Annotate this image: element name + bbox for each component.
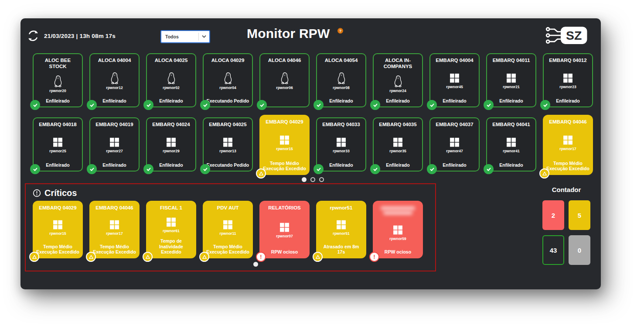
- card-title: EMBARQ 04012: [546, 58, 590, 64]
- status-card[interactable]: ALOCA 04004rpwnor12Enfileirado: [89, 53, 140, 107]
- status-card[interactable]: ALOCA IN-COMPANYSrpwnor24Enfileirado: [373, 53, 423, 107]
- linux-icon: [109, 72, 120, 84]
- check-badge: [427, 164, 437, 174]
- warning-badge: [143, 252, 153, 262]
- status-card[interactable]: EMBARQ 04025rpwnor13Executando Pedido: [203, 117, 253, 172]
- status-card[interactable]: EMBARQ 04037rpwnor47Enfileirado: [429, 117, 480, 172]
- status-card[interactable]: EMBARQ 04041rpwnor41Enfileirado: [486, 117, 536, 172]
- status-card[interactable]: EMBARQ 04029rpwnor15Tempo Médio Execução…: [33, 201, 83, 258]
- status-card[interactable]: EMBARQ 04012rpwnor23Enfileirado: [543, 53, 593, 107]
- check-badge: [200, 100, 210, 110]
- windows-icon: [166, 137, 177, 148]
- filter-divider: [198, 33, 199, 41]
- status-card[interactable]: ALOCA 04025rpwnor02Enfileirado: [146, 53, 196, 107]
- status-card[interactable]: EMBARQ 04029rpwnor15Tempo Médio Execução…: [259, 115, 310, 175]
- warning-badge: [313, 252, 323, 262]
- check-badge: [484, 164, 494, 174]
- refresh-button[interactable]: [27, 29, 40, 42]
- check-badge: [313, 164, 324, 174]
- status-card[interactable]: EMBARQ 04033rpwnor33Enfileirado: [316, 117, 366, 172]
- card-status: Enfileirado: [489, 162, 533, 168]
- card-body: rpwnor15: [36, 211, 80, 244]
- card-title: EMBARQ 04011: [489, 58, 533, 64]
- windows-icon: [109, 137, 120, 148]
- chevron-down-icon: [201, 34, 207, 39]
- card-title: ALOCA 04025: [149, 58, 193, 64]
- check-badge: [30, 100, 40, 110]
- status-card[interactable]: EMBARQ 04019rpwnor27Enfileirado: [89, 117, 140, 172]
- check-badge: [370, 100, 380, 110]
- criticos-header: Críticos: [33, 188, 77, 198]
- status-card[interactable]: ALOCA 04046rpwnor06: [259, 53, 310, 107]
- carousel-dot[interactable]: [319, 177, 324, 182]
- card-hostname: rpwnor04: [219, 86, 236, 90]
- contador-box-critical[interactable]: 2: [542, 200, 564, 230]
- status-card[interactable]: ALOCA 04054rpwnor08Enfileirado: [316, 53, 366, 107]
- alert-circle-icon: [33, 189, 41, 197]
- card-hostname: rpwnor61: [163, 229, 179, 233]
- card-title: EMBARQ 04035: [376, 122, 420, 128]
- status-card[interactable]: PDV AUTrpwnor11Tempo Médio Execução Exce…: [203, 201, 253, 258]
- status-card[interactable]: FISCAL 1rpwnor61Tempo de Inatividade Exc…: [146, 201, 196, 258]
- card-status: Enfileirado: [376, 162, 420, 168]
- status-card[interactable]: EMBARQ 04035rpwnor35Enfileirado: [373, 117, 423, 172]
- warning-badge: [86, 252, 96, 262]
- status-card[interactable]: RELATÓRIOSrpwnor07RPW ocioso!: [259, 201, 310, 258]
- carousel-dot[interactable]: [310, 177, 315, 182]
- card-title-redacted: [376, 205, 420, 216]
- status-card[interactable]: rpwnor51rpwnor51Atrasado em 8m 17s: [316, 201, 366, 258]
- refresh-icon: [27, 29, 40, 42]
- card-body: rpwnor29: [149, 128, 193, 162]
- card-title: EMBARQ 04033: [319, 122, 363, 128]
- card-hostname: rpwnor02: [163, 86, 179, 90]
- help-badge[interactable]: ?: [337, 28, 343, 34]
- card-title: ALOCA 04029: [206, 58, 250, 64]
- card-status: Tempo Médio Execução Excedido: [262, 161, 307, 172]
- card-status: Enfileirado: [319, 162, 363, 168]
- contador-box-ok[interactable]: 43: [542, 235, 564, 265]
- card-body: rpwnor20: [36, 69, 80, 98]
- criticos-carousel-dot[interactable]: [253, 262, 258, 267]
- status-card[interactable]: EMBARQ 04018rpwnor25Enfileirado: [33, 117, 83, 172]
- sz-logo-text: SZ: [566, 28, 582, 42]
- windows-icon: [562, 72, 573, 83]
- card-body: rpwnor21: [489, 64, 533, 98]
- windows-icon: [52, 137, 63, 148]
- carousel-dot[interactable]: [302, 177, 307, 182]
- card-status: Executando Pedido: [206, 98, 250, 104]
- card-hostname: rpwnor06: [276, 86, 293, 90]
- card-hostname: rpwnor11: [220, 231, 236, 236]
- contador-box-warning[interactable]: 5: [569, 200, 590, 230]
- status-card[interactable]: EMBARQ 04004rpwnor45Enfileirado: [429, 53, 480, 107]
- contador-box-idle[interactable]: 0: [569, 235, 590, 265]
- status-card[interactable]: EMBARQ 04046rpwnor17Tempo Médio Execução…: [543, 115, 593, 175]
- card-hostname: rpwnor20: [49, 89, 66, 93]
- linux-icon: [166, 72, 177, 84]
- windows-icon: [449, 137, 460, 148]
- linux-icon: [53, 75, 63, 87]
- filter-select[interactable]: Todos: [160, 30, 210, 43]
- card-title: EMBARQ 04004: [433, 58, 477, 64]
- sz-logo: SZ: [545, 25, 590, 48]
- critical-badge: !: [256, 252, 266, 262]
- contador-grid: 25430: [542, 200, 591, 265]
- card-body: rpwnor17: [546, 125, 590, 161]
- card-body: rpwnor47: [433, 128, 477, 162]
- card-hostname: rpwnor41: [503, 149, 519, 153]
- card-hostname: rpwnor24: [389, 89, 406, 93]
- status-card[interactable]: EMBARQ 04046rpwnor17Tempo Médio Execução…: [89, 201, 140, 258]
- status-card[interactable]: ALOCA 04029rpwnor04Executando Pedido: [203, 53, 253, 107]
- card-hostname: rpwnor13: [219, 149, 236, 153]
- status-card[interactable]: EMBARQ 04011rpwnor21Enfileirado: [486, 53, 536, 107]
- card-body: rpwnor61: [149, 211, 193, 239]
- windows-icon: [166, 216, 177, 227]
- check-badge: [484, 100, 494, 110]
- contador-title: Contador: [542, 186, 591, 193]
- status-card[interactable]: ALOC BEE STOCKrpwnor20Enfileirado: [33, 53, 83, 107]
- status-card[interactable]: EMBARQ 04024rpwnor29Enfileirado: [146, 117, 196, 172]
- check-badge: [143, 164, 153, 174]
- card-hostname: rpwnor47: [446, 149, 463, 153]
- card-status: Enfileirado: [433, 162, 477, 168]
- linux-icon: [223, 72, 233, 84]
- status-card[interactable]: rpwnor59RPW ocioso!: [373, 201, 423, 258]
